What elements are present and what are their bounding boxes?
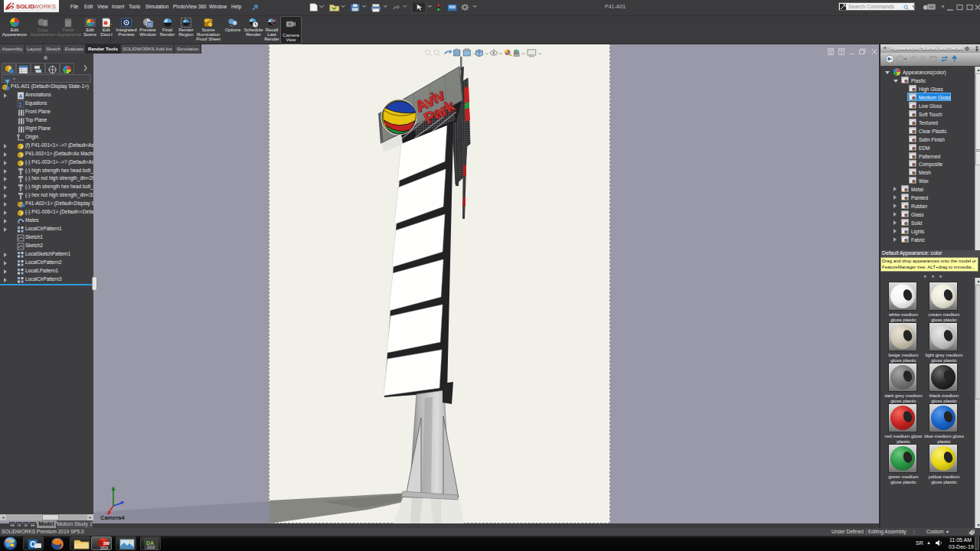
svg-text:A: A — [19, 93, 23, 99]
svg-text:R: R — [149, 22, 152, 27]
svg-text:2019: 2019 — [100, 546, 109, 550]
svg-text:SW: SW — [103, 541, 109, 546]
svg-text:2018: 2018 — [147, 546, 155, 549]
svg-text:WORKS: WORKS — [34, 3, 56, 10]
svg-text:Σ: Σ — [19, 102, 23, 107]
svg-text:DA: DA — [146, 540, 154, 546]
svg-text:SOLID: SOLID — [16, 3, 34, 10]
